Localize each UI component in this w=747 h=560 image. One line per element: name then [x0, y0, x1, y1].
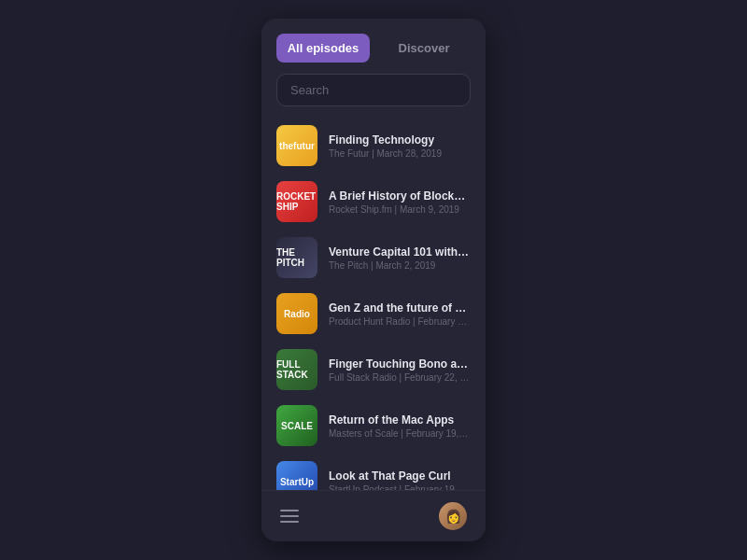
episode-title: Return of the Mac Apps — [329, 413, 471, 427]
episode-title: Venture Capital 101 with Eric Bahn — [329, 245, 471, 259]
episode-thumb: SCALE — [276, 405, 317, 446]
episode-title: Finger Touching Bono and Stuff — [329, 357, 471, 371]
episode-thumb: FULL STACK — [276, 349, 317, 390]
bottom-bar: 👩 — [261, 490, 486, 541]
tab-all-episodes[interactable]: All episodes — [276, 34, 370, 63]
search-container — [261, 74, 486, 118]
episode-item[interactable]: thefuturFinding TechnologyThe Futur | Ma… — [269, 118, 478, 174]
episode-meta: The Futur | March 28, 2019 — [329, 148, 471, 159]
avatar[interactable]: 👩 — [439, 502, 467, 530]
episode-item[interactable]: RadioGen Z and the future of social apps… — [269, 286, 478, 342]
episode-meta: Masters of Scale | February 19, 2019 — [329, 428, 471, 439]
episode-info: Finger Touching Bono and StuffFull Stack… — [329, 357, 471, 383]
search-input[interactable] — [276, 74, 471, 106]
episode-item[interactable]: ROCKET SHIPA Brief History of Blockchain… — [269, 174, 478, 230]
episode-info: A Brief History of BlockchainRocket Ship… — [329, 189, 471, 215]
episode-thumb: thefutur — [276, 125, 317, 166]
episode-info: Finding TechnologyThe Futur | March 28, … — [329, 133, 471, 159]
episode-meta: Rocket Ship.fm | March 9, 2019 — [329, 204, 471, 215]
episode-title: A Brief History of Blockchain — [329, 189, 471, 203]
episode-meta: The Pitch | March 2, 2019 — [329, 260, 471, 271]
episode-info: Look at That Page CurlStartUp Podcast | … — [329, 469, 471, 491]
episode-thumb: THE PITCH — [276, 237, 317, 278]
tab-discover[interactable]: Discover — [377, 34, 471, 63]
episode-list: thefuturFinding TechnologyThe Futur | Ma… — [261, 118, 486, 490]
menu-icon[interactable] — [280, 510, 299, 523]
episode-info: Venture Capital 101 with Eric BahnThe Pi… — [329, 245, 471, 271]
episode-info: Return of the Mac AppsMasters of Scale |… — [329, 413, 471, 439]
episode-item[interactable]: StartUpLook at That Page CurlStartUp Pod… — [269, 454, 478, 490]
tab-bar: All episodes Discover — [261, 19, 486, 74]
episode-title: Gen Z and the future of social apps — [329, 301, 471, 315]
episode-meta: Product Hunt Radio | February 25, 2019 — [329, 316, 471, 327]
episode-meta: Full Stack Radio | February 22, 2019 — [329, 372, 471, 383]
episode-item[interactable]: THE PITCHVenture Capital 101 with Eric B… — [269, 230, 478, 286]
episode-title: Finding Technology — [329, 133, 471, 147]
episode-info: Gen Z and the future of social appsProdu… — [329, 301, 471, 327]
episode-thumb: Radio — [276, 293, 317, 334]
episode-item[interactable]: FULL STACKFinger Touching Bono and Stuff… — [269, 342, 478, 398]
episode-thumb: StartUp — [276, 461, 317, 490]
episode-item[interactable]: SCALEReturn of the Mac AppsMasters of Sc… — [269, 398, 478, 454]
episode-thumb: ROCKET SHIP — [276, 181, 317, 222]
episode-title: Look at That Page Curl — [329, 469, 471, 483]
app-container: All episodes Discover thefuturFinding Te… — [261, 19, 486, 541]
